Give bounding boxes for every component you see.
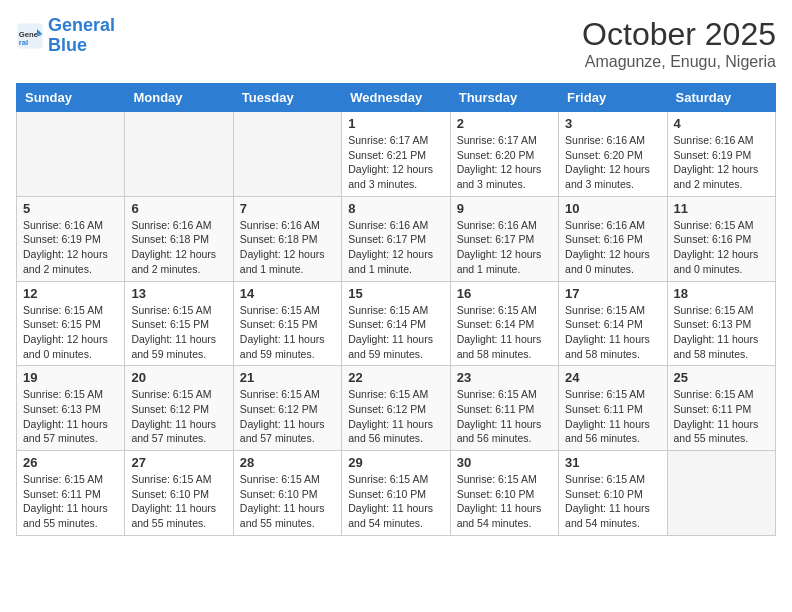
weekday-header-sunday: Sunday bbox=[17, 84, 125, 112]
day-info: Sunrise: 6:15 AMSunset: 6:15 PMDaylight:… bbox=[240, 303, 335, 362]
day-number: 16 bbox=[457, 286, 552, 301]
day-number: 12 bbox=[23, 286, 118, 301]
calendar-cell: 21Sunrise: 6:15 AMSunset: 6:12 PMDayligh… bbox=[233, 366, 341, 451]
calendar-cell: 6Sunrise: 6:16 AMSunset: 6:18 PMDaylight… bbox=[125, 196, 233, 281]
calendar-cell: 10Sunrise: 6:16 AMSunset: 6:16 PMDayligh… bbox=[559, 196, 667, 281]
day-info: Sunrise: 6:16 AMSunset: 6:18 PMDaylight:… bbox=[240, 218, 335, 277]
day-number: 8 bbox=[348, 201, 443, 216]
calendar-cell: 11Sunrise: 6:15 AMSunset: 6:16 PMDayligh… bbox=[667, 196, 775, 281]
day-info: Sunrise: 6:16 AMSunset: 6:16 PMDaylight:… bbox=[565, 218, 660, 277]
day-info: Sunrise: 6:15 AMSunset: 6:14 PMDaylight:… bbox=[565, 303, 660, 362]
calendar-cell: 26Sunrise: 6:15 AMSunset: 6:11 PMDayligh… bbox=[17, 451, 125, 536]
calendar-cell: 2Sunrise: 6:17 AMSunset: 6:20 PMDaylight… bbox=[450, 112, 558, 197]
day-info: Sunrise: 6:16 AMSunset: 6:19 PMDaylight:… bbox=[674, 133, 769, 192]
calendar-cell: 28Sunrise: 6:15 AMSunset: 6:10 PMDayligh… bbox=[233, 451, 341, 536]
day-number: 26 bbox=[23, 455, 118, 470]
day-info: Sunrise: 6:15 AMSunset: 6:12 PMDaylight:… bbox=[131, 387, 226, 446]
day-number: 7 bbox=[240, 201, 335, 216]
day-info: Sunrise: 6:16 AMSunset: 6:17 PMDaylight:… bbox=[348, 218, 443, 277]
day-info: Sunrise: 6:15 AMSunset: 6:16 PMDaylight:… bbox=[674, 218, 769, 277]
logo-text-blue: Blue bbox=[48, 36, 115, 56]
day-number: 25 bbox=[674, 370, 769, 385]
day-number: 15 bbox=[348, 286, 443, 301]
calendar-week-row: 26Sunrise: 6:15 AMSunset: 6:11 PMDayligh… bbox=[17, 451, 776, 536]
day-info: Sunrise: 6:15 AMSunset: 6:14 PMDaylight:… bbox=[457, 303, 552, 362]
calendar-cell: 22Sunrise: 6:15 AMSunset: 6:12 PMDayligh… bbox=[342, 366, 450, 451]
calendar-week-row: 1Sunrise: 6:17 AMSunset: 6:21 PMDaylight… bbox=[17, 112, 776, 197]
calendar-week-row: 12Sunrise: 6:15 AMSunset: 6:15 PMDayligh… bbox=[17, 281, 776, 366]
calendar-cell: 14Sunrise: 6:15 AMSunset: 6:15 PMDayligh… bbox=[233, 281, 341, 366]
day-info: Sunrise: 6:16 AMSunset: 6:17 PMDaylight:… bbox=[457, 218, 552, 277]
weekday-header-saturday: Saturday bbox=[667, 84, 775, 112]
day-info: Sunrise: 6:15 AMSunset: 6:14 PMDaylight:… bbox=[348, 303, 443, 362]
day-info: Sunrise: 6:17 AMSunset: 6:20 PMDaylight:… bbox=[457, 133, 552, 192]
day-number: 5 bbox=[23, 201, 118, 216]
day-info: Sunrise: 6:15 AMSunset: 6:10 PMDaylight:… bbox=[457, 472, 552, 531]
day-number: 24 bbox=[565, 370, 660, 385]
day-number: 2 bbox=[457, 116, 552, 131]
day-number: 11 bbox=[674, 201, 769, 216]
day-number: 9 bbox=[457, 201, 552, 216]
calendar-cell: 23Sunrise: 6:15 AMSunset: 6:11 PMDayligh… bbox=[450, 366, 558, 451]
calendar-week-row: 19Sunrise: 6:15 AMSunset: 6:13 PMDayligh… bbox=[17, 366, 776, 451]
day-info: Sunrise: 6:15 AMSunset: 6:11 PMDaylight:… bbox=[674, 387, 769, 446]
day-info: Sunrise: 6:15 AMSunset: 6:13 PMDaylight:… bbox=[23, 387, 118, 446]
page-header: Gene ral General Blue October 2025 Amagu… bbox=[16, 16, 776, 71]
calendar-cell: 7Sunrise: 6:16 AMSunset: 6:18 PMDaylight… bbox=[233, 196, 341, 281]
calendar-week-row: 5Sunrise: 6:16 AMSunset: 6:19 PMDaylight… bbox=[17, 196, 776, 281]
calendar-cell: 18Sunrise: 6:15 AMSunset: 6:13 PMDayligh… bbox=[667, 281, 775, 366]
day-info: Sunrise: 6:15 AMSunset: 6:15 PMDaylight:… bbox=[131, 303, 226, 362]
calendar-cell bbox=[125, 112, 233, 197]
day-info: Sunrise: 6:16 AMSunset: 6:18 PMDaylight:… bbox=[131, 218, 226, 277]
calendar-cell: 15Sunrise: 6:15 AMSunset: 6:14 PMDayligh… bbox=[342, 281, 450, 366]
day-number: 1 bbox=[348, 116, 443, 131]
day-number: 20 bbox=[131, 370, 226, 385]
day-info: Sunrise: 6:15 AMSunset: 6:11 PMDaylight:… bbox=[457, 387, 552, 446]
calendar-cell: 29Sunrise: 6:15 AMSunset: 6:10 PMDayligh… bbox=[342, 451, 450, 536]
calendar-cell: 4Sunrise: 6:16 AMSunset: 6:19 PMDaylight… bbox=[667, 112, 775, 197]
logo-icon: Gene ral bbox=[16, 22, 44, 50]
calendar-cell: 8Sunrise: 6:16 AMSunset: 6:17 PMDaylight… bbox=[342, 196, 450, 281]
calendar-cell bbox=[17, 112, 125, 197]
day-info: Sunrise: 6:15 AMSunset: 6:10 PMDaylight:… bbox=[240, 472, 335, 531]
day-number: 23 bbox=[457, 370, 552, 385]
day-number: 10 bbox=[565, 201, 660, 216]
calendar-cell: 19Sunrise: 6:15 AMSunset: 6:13 PMDayligh… bbox=[17, 366, 125, 451]
calendar-cell: 31Sunrise: 6:15 AMSunset: 6:10 PMDayligh… bbox=[559, 451, 667, 536]
month-year-title: October 2025 bbox=[582, 16, 776, 53]
day-number: 30 bbox=[457, 455, 552, 470]
day-info: Sunrise: 6:16 AMSunset: 6:20 PMDaylight:… bbox=[565, 133, 660, 192]
svg-text:ral: ral bbox=[19, 38, 28, 47]
day-number: 28 bbox=[240, 455, 335, 470]
calendar-table: SundayMondayTuesdayWednesdayThursdayFrid… bbox=[16, 83, 776, 536]
calendar-cell: 20Sunrise: 6:15 AMSunset: 6:12 PMDayligh… bbox=[125, 366, 233, 451]
day-info: Sunrise: 6:15 AMSunset: 6:10 PMDaylight:… bbox=[565, 472, 660, 531]
day-number: 29 bbox=[348, 455, 443, 470]
day-info: Sunrise: 6:16 AMSunset: 6:19 PMDaylight:… bbox=[23, 218, 118, 277]
logo-text-general: General bbox=[48, 16, 115, 36]
calendar-cell: 5Sunrise: 6:16 AMSunset: 6:19 PMDaylight… bbox=[17, 196, 125, 281]
calendar-cell: 1Sunrise: 6:17 AMSunset: 6:21 PMDaylight… bbox=[342, 112, 450, 197]
weekday-header-friday: Friday bbox=[559, 84, 667, 112]
calendar-cell: 3Sunrise: 6:16 AMSunset: 6:20 PMDaylight… bbox=[559, 112, 667, 197]
calendar-cell: 27Sunrise: 6:15 AMSunset: 6:10 PMDayligh… bbox=[125, 451, 233, 536]
day-number: 31 bbox=[565, 455, 660, 470]
calendar-cell bbox=[233, 112, 341, 197]
day-number: 17 bbox=[565, 286, 660, 301]
calendar-header-row: SundayMondayTuesdayWednesdayThursdayFrid… bbox=[17, 84, 776, 112]
calendar-cell: 30Sunrise: 6:15 AMSunset: 6:10 PMDayligh… bbox=[450, 451, 558, 536]
weekday-header-thursday: Thursday bbox=[450, 84, 558, 112]
calendar-cell: 25Sunrise: 6:15 AMSunset: 6:11 PMDayligh… bbox=[667, 366, 775, 451]
day-number: 27 bbox=[131, 455, 226, 470]
calendar-cell: 16Sunrise: 6:15 AMSunset: 6:14 PMDayligh… bbox=[450, 281, 558, 366]
day-info: Sunrise: 6:15 AMSunset: 6:11 PMDaylight:… bbox=[565, 387, 660, 446]
day-info: Sunrise: 6:15 AMSunset: 6:10 PMDaylight:… bbox=[131, 472, 226, 531]
day-info: Sunrise: 6:15 AMSunset: 6:12 PMDaylight:… bbox=[240, 387, 335, 446]
day-number: 21 bbox=[240, 370, 335, 385]
day-info: Sunrise: 6:15 AMSunset: 6:10 PMDaylight:… bbox=[348, 472, 443, 531]
day-number: 22 bbox=[348, 370, 443, 385]
day-info: Sunrise: 6:15 AMSunset: 6:15 PMDaylight:… bbox=[23, 303, 118, 362]
day-info: Sunrise: 6:15 AMSunset: 6:13 PMDaylight:… bbox=[674, 303, 769, 362]
weekday-header-monday: Monday bbox=[125, 84, 233, 112]
day-number: 3 bbox=[565, 116, 660, 131]
